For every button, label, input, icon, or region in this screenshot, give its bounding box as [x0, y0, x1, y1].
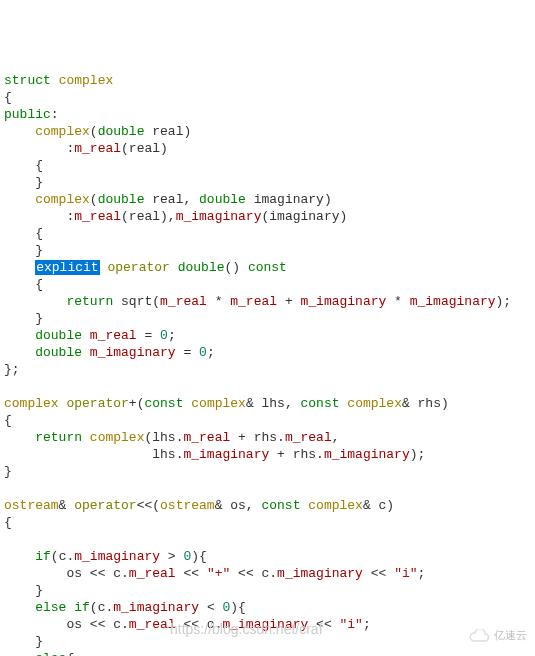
- brace: {: [35, 158, 43, 173]
- cloud-icon: [468, 629, 490, 643]
- init-real: (real),: [121, 209, 176, 224]
- shift: <<: [176, 566, 207, 581]
- type-ostream: ostream: [4, 498, 59, 513]
- member-mimag: m_imaginary: [300, 294, 386, 309]
- keyword-const: const: [248, 260, 287, 275]
- keyword-if: if: [74, 600, 90, 615]
- semi: ;: [168, 328, 176, 343]
- semi: ;: [363, 617, 371, 632]
- param-lhs: & lhs,: [246, 396, 301, 411]
- logo-text: 亿速云: [494, 627, 527, 644]
- keyword-double: double: [98, 192, 145, 207]
- brace: {: [66, 651, 74, 656]
- semi: ;: [207, 345, 215, 360]
- member-mimag: m_imaginary: [90, 345, 176, 360]
- brace: {: [4, 90, 12, 105]
- keyword-operator: operator: [66, 396, 128, 411]
- member-mreal: m_real: [90, 328, 137, 343]
- member-mimag: m_imaginary: [222, 617, 308, 632]
- string-i: "i": [340, 617, 363, 632]
- sp: [82, 345, 90, 360]
- logo-badge: 亿速云: [468, 627, 527, 644]
- param-rhs: & rhs): [402, 396, 449, 411]
- op-eq: =: [176, 345, 199, 360]
- member-mreal: m_real: [129, 566, 176, 581]
- comma: ,: [332, 430, 340, 445]
- keyword-explicit-highlighted: explicit: [35, 260, 99, 275]
- type-complex: complex: [59, 73, 114, 88]
- keyword-else: else: [35, 600, 66, 615]
- member-mreal: m_real: [183, 430, 230, 445]
- member-mreal: m_real: [230, 294, 277, 309]
- keyword-else: else: [35, 651, 66, 656]
- member-mimag: m_imaginary: [324, 447, 410, 462]
- keyword-double: double: [178, 260, 225, 275]
- num-zero: 0: [199, 345, 207, 360]
- keyword-const: const: [261, 498, 300, 513]
- keyword-double: double: [35, 345, 82, 360]
- member-mimag: m_imaginary: [277, 566, 363, 581]
- return-type-complex: complex: [4, 396, 59, 411]
- string-plus: "+": [207, 566, 230, 581]
- sp: [82, 328, 90, 343]
- sp: [82, 430, 90, 445]
- keyword-const: const: [301, 396, 340, 411]
- param-c: & c): [363, 498, 394, 513]
- op-eq: =: [137, 328, 160, 343]
- member-mimag: m_imaginary: [176, 209, 262, 224]
- brace: {: [4, 413, 12, 428]
- brace: }: [35, 311, 43, 326]
- cond-open: (c.: [90, 600, 113, 615]
- shift-c: << c.: [230, 566, 277, 581]
- brace: }: [35, 583, 43, 598]
- keyword-double: double: [199, 192, 246, 207]
- cond-close-brace: ){: [191, 549, 207, 564]
- ctor-complex: complex: [35, 124, 90, 139]
- sp: [170, 260, 178, 275]
- semi: ;: [418, 566, 426, 581]
- member-mimag: m_imaginary: [74, 549, 160, 564]
- sqrt-call: sqrt(: [113, 294, 160, 309]
- keyword-double: double: [98, 124, 145, 139]
- type-complex: complex: [191, 396, 246, 411]
- keyword-if: if: [35, 549, 51, 564]
- keyword-const: const: [144, 396, 183, 411]
- keyword-operator: operator: [74, 498, 136, 513]
- stmt-end: );: [496, 294, 512, 309]
- param-real: real): [144, 124, 191, 139]
- op-plus-paren: +(: [129, 396, 145, 411]
- op-mul: *: [207, 294, 230, 309]
- ctor-complex: complex: [35, 192, 90, 207]
- member-mimag: m_imaginary: [410, 294, 496, 309]
- member-mreal: m_real: [74, 209, 121, 224]
- member-mimag: m_imaginary: [183, 447, 269, 462]
- op-shift-paren: <<(: [137, 498, 160, 513]
- init-imag: (imaginary): [261, 209, 347, 224]
- member-mreal: m_real: [160, 294, 207, 309]
- os-shift: os << c.: [66, 617, 128, 632]
- op-plus: +: [277, 294, 300, 309]
- paren: (): [225, 260, 248, 275]
- keyword-double: double: [35, 328, 82, 343]
- lparen: (: [90, 192, 98, 207]
- stmt-end: );: [410, 447, 426, 462]
- keyword-return: return: [66, 294, 113, 309]
- shift: <<: [363, 566, 394, 581]
- cond-close-brace: ){: [230, 600, 246, 615]
- type-complex: complex: [90, 430, 145, 445]
- amp: &: [59, 498, 75, 513]
- brace: {: [35, 226, 43, 241]
- struct-end: };: [4, 362, 20, 377]
- code-block: struct complex { public: complex(double …: [4, 72, 531, 656]
- plus-rhs: + rhs.: [269, 447, 324, 462]
- param-os: & os,: [215, 498, 262, 513]
- brace: }: [35, 243, 43, 258]
- brace: }: [35, 634, 43, 649]
- param-imag: imaginary): [246, 192, 332, 207]
- op-gt: >: [160, 549, 183, 564]
- brace: {: [35, 277, 43, 292]
- num-zero: 0: [160, 328, 168, 343]
- cond-open: (c.: [51, 549, 74, 564]
- plus-rhs: + rhs.: [230, 430, 285, 445]
- param-real: real,: [144, 192, 199, 207]
